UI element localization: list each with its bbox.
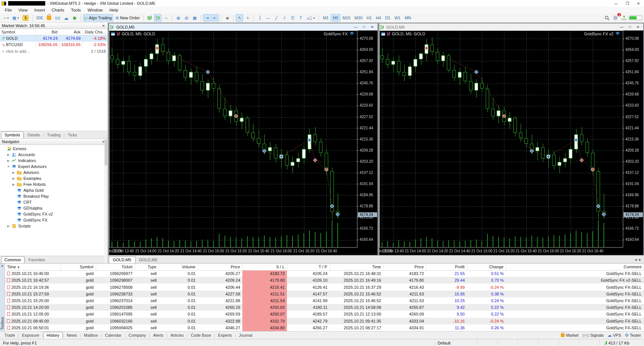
- tab-favorites[interactable]: Favorites: [25, 257, 48, 263]
- history-column-1[interactable]: Symbol: [61, 263, 96, 270]
- window-restore-button[interactable]: ❐: [622, 0, 633, 7]
- history-column-8[interactable]: Time: [330, 263, 383, 270]
- market-watch-row[interactable]: ↗ GOLD4174.244174.69-4.18%: [0, 35, 108, 42]
- notifications-button[interactable]: 1: [612, 14, 619, 22]
- menu-insert[interactable]: Insert: [31, 7, 48, 13]
- history-column-10[interactable]: Profit: [426, 263, 467, 270]
- statusbar-item-signals[interactable]: ((•))Signals: [582, 333, 604, 337]
- line-chart-button[interactable]: ~: [162, 14, 170, 22]
- market-watch-column-3[interactable]: Daily Cha...: [82, 29, 108, 35]
- window-close-button[interactable]: ✕: [633, 0, 644, 7]
- timeframe-m1[interactable]: M1: [321, 14, 330, 22]
- horizontal-line-button[interactable]: —: [264, 14, 272, 22]
- tree-item-crt[interactable]: CRT: [0, 199, 108, 205]
- toolbox-tab-news[interactable]: News: [64, 332, 80, 338]
- scroll-right-icon[interactable]: ▸: [639, 257, 641, 262]
- vertical-line-button[interactable]: ⎮: [256, 14, 264, 22]
- chevron-right-icon[interactable]: ▶: [12, 183, 15, 186]
- history-column-9[interactable]: Price: [383, 263, 426, 270]
- chart-tab-1[interactable]: GOLD,M5: [135, 257, 161, 263]
- history-row[interactable]: 2025.10.21 08:45:00gold1096032166sell0.0…: [5, 318, 644, 324]
- chart-window-1-titlebar[interactable]: GOLD,M5 — □ ✕: [109, 23, 377, 30]
- market-watch-close-icon[interactable]: ✕: [101, 24, 106, 28]
- expert-advisor-icon[interactable]: [615, 32, 620, 36]
- history-row[interactable]: 2025.10.21 14:20:00gold1096201085sell0.0…: [5, 304, 644, 311]
- history-row[interactable]: 2025.10.21 15:25:00gold1096237014sell0.0…: [5, 297, 644, 304]
- toolbox-close-icon[interactable]: ✕: [1, 264, 4, 268]
- toolbox-tab-articles[interactable]: Articles: [167, 332, 187, 338]
- tree-item-breakout-play[interactable]: Breakout Play: [0, 193, 108, 199]
- one-click-trading-icon[interactable]: [381, 32, 385, 36]
- menu-tools[interactable]: Tools: [68, 7, 84, 13]
- status-profile[interactable]: Default: [434, 339, 477, 346]
- chart-2-plot-area[interactable]: GOLD, M5: GOLD GoldSync FX v2: [379, 30, 643, 255]
- toolbox-tab-journal[interactable]: Journal: [236, 332, 255, 338]
- tree-item-exness[interactable]: Exness: [0, 146, 108, 152]
- history-row[interactable]: 2025.10.21 12:05:00gold1096147095sell0.0…: [5, 311, 644, 317]
- chevron-right-icon[interactable]: ▶: [12, 177, 15, 180]
- menu-file[interactable]: File: [1, 7, 15, 13]
- scroll-left-icon[interactable]: ◂: [635, 257, 637, 262]
- menu-charts[interactable]: Charts: [48, 7, 68, 13]
- market-watch-column-1[interactable]: Bid: [36, 29, 59, 35]
- history-column-11[interactable]: Change: [467, 263, 506, 270]
- equidistant-lines-button[interactable]: ☰: [289, 14, 296, 22]
- zoom-out-button[interactable]: ⊖: [183, 14, 190, 22]
- chart-1-plot-area[interactable]: GOLD, M5: GOLD GoldSync FX: [109, 30, 377, 255]
- history-column-12[interactable]: Comment: [506, 263, 644, 270]
- tree-item-gdxalpha[interactable]: GDXalpha: [0, 205, 108, 211]
- history-column-4[interactable]: Volume: [159, 263, 198, 270]
- new-order-button[interactable]: ⊞New Order: [114, 14, 141, 22]
- chevron-down-icon[interactable]: ▼: [7, 165, 10, 168]
- navigator-scrollbar[interactable]: [104, 139, 108, 263]
- tree-item-alpha-gold[interactable]: Alpha Gold: [0, 187, 108, 193]
- zoom-in-button[interactable]: ⊕: [174, 14, 182, 22]
- tab-common[interactable]: Common: [1, 256, 24, 263]
- toolbox-tab-company[interactable]: Company: [125, 332, 149, 338]
- chart-tab-0[interactable]: GOLD,M5: [109, 256, 135, 263]
- statusbar-item-market[interactable]: Market: [560, 333, 579, 337]
- bar-chart-button[interactable]: [146, 14, 153, 22]
- channel-button[interactable]: ⫽: [281, 14, 288, 22]
- timeframe-mn[interactable]: MN: [403, 14, 413, 22]
- tree-item-scripts[interactable]: ▶Scripts: [0, 223, 108, 229]
- tab-symbols[interactable]: Symbols: [1, 132, 23, 138]
- depth-of-market-icon[interactable]: [387, 32, 388, 36]
- chevron-right-icon[interactable]: ▶: [12, 171, 15, 174]
- candlestick-chart-button[interactable]: [154, 14, 161, 22]
- menu-view[interactable]: View: [15, 7, 31, 13]
- shapes-dropdown[interactable]: ▵◻▾: [305, 14, 316, 22]
- tree-item-goldsync-fx-v2[interactable]: GoldSync FX v2: [0, 211, 108, 217]
- history-column-3[interactable]: Type: [135, 263, 159, 270]
- tree-item-advisors[interactable]: ▶Advisors: [0, 169, 108, 175]
- chart-1-maximize-button[interactable]: □: [360, 25, 368, 29]
- menu-help[interactable]: Help: [106, 7, 122, 13]
- statusbar-item-vps[interactable]: ☁VPS: [607, 333, 621, 338]
- history-row[interactable]: 2025.10.21 16:42:57gold1096298007sell0.0…: [5, 277, 644, 284]
- timeframe-m15[interactable]: M15: [341, 14, 352, 22]
- timeframe-h4[interactable]: H4: [374, 14, 383, 22]
- chart-2-maximize-button[interactable]: □: [626, 25, 634, 29]
- algo-trading-button[interactable]: ▷Algo Trading: [83, 14, 113, 22]
- timeframe-h1[interactable]: H1: [365, 14, 374, 22]
- auto-scroll-button[interactable]: ⇥: [203, 14, 210, 22]
- screenshot-button[interactable]: ◙: [223, 14, 231, 22]
- timeframe-w1[interactable]: W1: [393, 14, 403, 22]
- history-row[interactable]: 2025.10.21 15:27:59gold1096238733sell0.0…: [5, 291, 644, 297]
- profiles-dropdown[interactable]: ▦▾: [11, 14, 20, 22]
- toolbox-tab-experts[interactable]: Experts: [215, 332, 235, 338]
- toolbox-tab-code-base[interactable]: Code Base: [188, 332, 214, 338]
- history-row[interactable]: 2025.10.21 06:50:01gold1095994025sell0.0…: [5, 324, 644, 331]
- chart-shift-button[interactable]: ⇤: [211, 14, 219, 22]
- market-watch-column-2[interactable]: Ask: [59, 29, 82, 35]
- toolbox-tab-exposure[interactable]: Exposure: [19, 332, 42, 338]
- tab-trading[interactable]: Trading: [44, 132, 64, 138]
- crosshair-button[interactable]: +: [244, 14, 251, 22]
- tree-item-free-robots[interactable]: ▶Free Robots: [0, 181, 108, 187]
- toolbox-tab-trade[interactable]: Trade: [1, 332, 18, 338]
- timeframe-m30[interactable]: M30: [353, 14, 364, 22]
- signals-button[interactable]: (o): [53, 14, 61, 22]
- toolbox-tab-mailbox[interactable]: Mailbox: [81, 332, 101, 338]
- tab-ticks[interactable]: Ticks: [65, 132, 80, 138]
- history-column-7[interactable]: T / P: [287, 263, 330, 270]
